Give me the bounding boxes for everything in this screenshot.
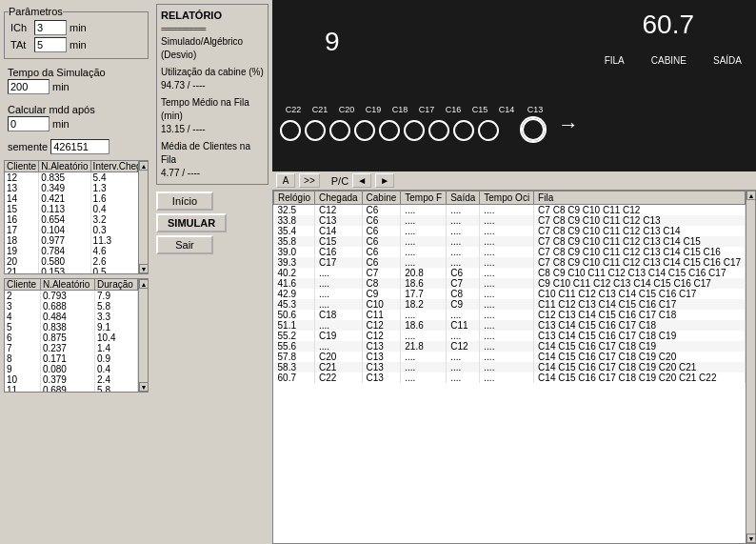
params-title: Parâmetros	[9, 6, 63, 17]
utilization-value: 94.73 / ----	[161, 79, 264, 92]
table-row: 190.7844.6	[5, 246, 138, 256]
table-row: 50.8389.1	[5, 322, 138, 332]
table-row: 33.8C13C6............C7 C8 C9 C10 C11 C1…	[274, 215, 746, 226]
duration-scrollbar[interactable]: ▲ ▼	[138, 279, 148, 392]
data-scrollbar[interactable]: ▲ ▼	[746, 191, 755, 543]
media-clientes-label: Média de Clientes na Fila	[161, 140, 264, 167]
cabine-label: CABINE	[651, 55, 686, 66]
table-row: 150.1130.4	[5, 204, 138, 214]
right-arrow-icon: →	[558, 112, 579, 137]
data-table: Relógio Chegada Cabine Tempo F Saída Tem…	[273, 191, 746, 383]
data-scroll-up[interactable]: ▲	[746, 191, 756, 200]
col-tempo-oci: Tempo Oci	[480, 191, 534, 205]
table-row: 41.6....C818.6C7....C9 C10 C11 C12 C13 C…	[274, 278, 746, 289]
table-row: 60.87510.4	[5, 332, 138, 343]
table-row: 32.5C12C6............C7 C8 C9 C10 C11 C1…	[274, 205, 746, 216]
floor-c15: C15	[467, 105, 493, 114]
floor-c22: C22	[280, 105, 307, 114]
data-table-container: Relógio Chegada Cabine Tempo F Saída Tem…	[272, 190, 756, 544]
dur-scroll-down-btn[interactable]: ▼	[139, 382, 149, 392]
dur-cliente-col: Cliente	[5, 279, 40, 291]
report-line1: Simulado/Algébrico (Desvio)	[161, 35, 264, 62]
interv-col-header: Interv.Cheg.	[90, 161, 138, 172]
circle-c18	[379, 120, 400, 141]
sim-time-input[interactable]	[8, 79, 50, 94]
ich-label: ICh	[10, 22, 31, 33]
dur-scroll-up-btn[interactable]: ▲	[139, 279, 149, 289]
table-row: 110.6895.8	[5, 385, 138, 392]
col-fila: Fila	[534, 191, 746, 205]
ich-input[interactable]	[34, 20, 67, 35]
table-row: 39.0C16C6............C7 C8 C9 C10 C11 C1…	[274, 247, 746, 257]
right-nav-button[interactable]: ►	[375, 173, 394, 188]
scroll-down-btn[interactable]: ▼	[139, 264, 149, 273]
sair-button[interactable]: Sair	[156, 235, 213, 254]
tempo-medio-label: Tempo Médio na Fila (min)	[161, 96, 264, 123]
pc-label: P/C	[331, 175, 348, 187]
dur-scroll-track	[139, 289, 148, 382]
table-row: 160.6543.2	[5, 214, 138, 225]
table-row: 140.4211.6	[5, 193, 138, 204]
sim-time-unit: min	[52, 81, 70, 92]
a-button[interactable]: A	[276, 173, 295, 188]
table-row: 42.9....C917.7C8....C10 C11 C12 C13 C14 …	[274, 289, 746, 299]
table-row: 90.0800.4	[5, 364, 138, 374]
utilization-label: Utilização da cabine (%)	[161, 66, 264, 79]
elevator-center-number: 9	[325, 27, 340, 57]
dur-duracao-col: Duração	[95, 279, 138, 291]
dur-naleat-col: N.Aleatório	[40, 279, 94, 291]
sim-time-label: Tempo da Simulação	[8, 67, 145, 78]
table-row: 40.4843.3	[5, 312, 138, 322]
table-row: 35.4C14C6............C7 C8 C9 C10 C11 C1…	[274, 226, 746, 236]
table-row: 130.3491.3	[5, 183, 138, 193]
table-row: 45.3....C1018.2C9....C11 C12 C13 C14 C15…	[274, 299, 746, 310]
circle-c16	[428, 120, 449, 141]
calc-unit: min	[52, 118, 70, 130]
table-row: 57.8C20C13............C14 C15 C16 C17 C1…	[274, 352, 746, 362]
floor-c21: C21	[307, 105, 333, 114]
table-row: 35.8C15C6............C7 C8 C9 C10 C11 C1…	[274, 236, 746, 247]
data-scroll-track	[746, 200, 755, 534]
data-scroll-down[interactable]: ▼	[746, 534, 756, 543]
table-row: 170.1040.3	[5, 225, 138, 235]
circle-c20	[329, 120, 350, 141]
simular-button[interactable]: SIMULAR	[156, 213, 227, 232]
table-row: 70.2371.4	[5, 343, 138, 353]
report-box: RELATÓRIO =========== Simulado/Algébrico…	[156, 4, 269, 185]
elevator-display: 60.7 9 FILA CABINE SAÍDA C22 C21 C20 C19…	[272, 0, 756, 171]
fila-label: FILA	[605, 55, 625, 66]
nav-bar: A >> P/C ◄ ►	[272, 171, 756, 190]
scroll-track	[139, 171, 148, 264]
media-clientes-value: 4.77 / ----	[161, 167, 264, 180]
tat-label: TAt	[10, 39, 31, 50]
table-row: 100.3792.4	[5, 374, 138, 385]
calc-input[interactable]	[8, 116, 50, 131]
table-row: 80.1710.9	[5, 353, 138, 364]
circle-c21	[305, 120, 326, 141]
table-row: 30.6885.8	[5, 301, 138, 312]
table-row: 210.1530.5	[5, 267, 138, 273]
inicio-button[interactable]: Início	[156, 191, 213, 211]
circle-c15	[453, 120, 474, 141]
calc-label: Calcular mdd após	[8, 104, 145, 115]
floor-c19: C19	[360, 105, 387, 114]
table-row: 120.8355.4	[5, 172, 138, 184]
table-row: 55.6....C1321.8C12....C14 C15 C16 C17 C1…	[274, 341, 746, 352]
seed-input[interactable]	[50, 139, 109, 154]
report-title: RELATÓRIO	[161, 9, 264, 23]
scroll-up-btn[interactable]: ▲	[139, 161, 149, 171]
table-row: 20.7937.9	[5, 291, 138, 302]
table-row: 55.2C19C12............C13 C14 C15 C16 C1…	[274, 331, 746, 341]
table-row: 50.6C18C11............C12 C13 C14 C15 C1…	[274, 310, 746, 320]
col-saida: Saída	[447, 191, 480, 205]
floor-c18: C18	[387, 105, 413, 114]
tat-unit: min	[70, 39, 87, 50]
floor-c14: C14	[493, 105, 520, 114]
tat-input[interactable]	[34, 37, 67, 52]
ich-unit: min	[70, 22, 87, 33]
left-nav-button[interactable]: ◄	[352, 173, 371, 188]
circle-c19	[354, 120, 375, 141]
forward-button[interactable]: >>	[299, 173, 320, 188]
col-tempo-f: Tempo F	[401, 191, 447, 205]
client-scrollbar[interactable]: ▲ ▼	[138, 161, 148, 273]
